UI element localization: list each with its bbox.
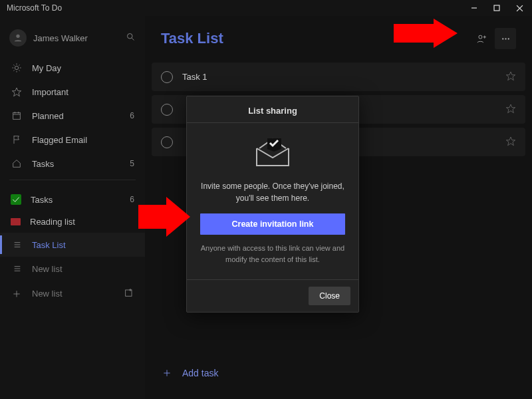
star-icon[interactable]	[505, 103, 516, 116]
add-task-label: Add task	[182, 368, 218, 378]
list-sharing-dialog: List sharing Invite some people. Once th…	[186, 96, 359, 313]
profile-row[interactable]: James Walker	[0, 24, 145, 52]
task-label: Task 1	[182, 72, 505, 82]
star-icon[interactable]	[505, 70, 516, 83]
svg-marker-45	[506, 72, 515, 80]
sidebar-item-task-list[interactable]: Task List	[0, 233, 145, 257]
annotation-arrow-left	[138, 197, 190, 237]
svg-point-7	[15, 66, 18, 69]
list-icon	[11, 239, 23, 251]
list-icon	[11, 218, 21, 225]
dialog-title: List sharing	[187, 96, 358, 123]
sidebar-item-label: Tasks	[31, 195, 130, 205]
home-icon	[11, 158, 23, 170]
minimize-button[interactable]	[463, 0, 485, 16]
sidebar-item-planned[interactable]: Planned6	[0, 104, 145, 128]
avatar	[9, 29, 27, 47]
sidebar-item-reading-list[interactable]: Reading list	[0, 211, 145, 233]
svg-line-14	[19, 65, 19, 65]
dialog-invite-text: Invite some people. Once they've joined,…	[200, 180, 345, 204]
dialog-sub-text: Anyone with access to this link can view…	[200, 243, 345, 273]
sidebar-item-count: 6	[130, 111, 134, 120]
sidebar-item-label: New list	[32, 264, 134, 274]
user-lists: Tasks6Reading listTask ListNew list	[0, 188, 145, 281]
add-task-row[interactable]: Add task	[145, 358, 532, 399]
search-icon[interactable]	[126, 32, 136, 45]
profile-name: James Walker	[33, 33, 126, 43]
svg-rect-17	[13, 112, 21, 119]
svg-point-42	[502, 38, 503, 39]
flag-icon	[11, 134, 23, 146]
sidebar-item-count: 6	[130, 195, 134, 204]
sidebar-item-flagged-email[interactable]: Flagged Email	[0, 128, 145, 152]
sidebar-item-new-list[interactable]: New list	[0, 257, 145, 281]
more-button[interactable]	[495, 28, 516, 49]
complete-checkbox[interactable]	[161, 104, 173, 116]
svg-line-12	[13, 65, 14, 65]
sun-icon	[11, 62, 23, 74]
list-icon	[11, 194, 21, 205]
svg-point-5	[128, 33, 133, 39]
svg-marker-46	[506, 104, 515, 113]
dialog-close-button[interactable]: Close	[309, 287, 350, 305]
plus-icon	[161, 367, 173, 379]
sidebar-item-important[interactable]: Important	[0, 80, 145, 104]
svg-point-44	[507, 38, 509, 39]
sidebar-item-label: Reading list	[30, 217, 134, 227]
sidebar-item-my-day[interactable]: My Day	[0, 56, 145, 80]
svg-marker-51	[138, 197, 190, 237]
smart-lists: My DayImportantPlanned6Flagged EmailTask…	[0, 56, 145, 176]
new-list-row[interactable]: New list	[0, 281, 145, 306]
sidebar-item-label: Task List	[32, 240, 134, 250]
sidebar: James Walker My DayImportantPlanned6Flag…	[0, 16, 145, 399]
svg-point-4	[16, 35, 19, 38]
sidebar-item-tasks[interactable]: Tasks6	[0, 188, 145, 211]
sidebar-item-label: Tasks	[32, 159, 130, 169]
sidebar-item-label: My Day	[32, 63, 134, 73]
svg-rect-36	[126, 290, 132, 296]
list-icon	[11, 263, 23, 275]
svg-marker-50	[394, 19, 458, 48]
sidebar-item-count: 5	[130, 159, 134, 168]
svg-point-39	[478, 35, 481, 39]
svg-rect-1	[494, 5, 499, 11]
annotation-arrow-top	[394, 19, 458, 48]
complete-checkbox[interactable]	[161, 71, 173, 83]
new-group-icon[interactable]	[124, 287, 134, 300]
plus-icon	[11, 288, 23, 300]
titlebar: Microsoft To Do	[0, 0, 532, 16]
app-title: Microsoft To Do	[7, 3, 62, 13]
share-button[interactable]	[471, 28, 492, 49]
sidebar-item-label: Planned	[32, 111, 130, 121]
sidebar-item-label: Flagged Email	[32, 135, 134, 145]
svg-line-13	[19, 70, 19, 70]
sidebar-item-tasks[interactable]: Tasks5	[0, 152, 145, 176]
star-icon	[11, 86, 23, 98]
envelope-check-icon	[251, 136, 294, 170]
svg-marker-47	[506, 137, 515, 146]
task-row[interactable]: Task 1	[152, 63, 525, 91]
svg-point-43	[505, 38, 506, 39]
complete-checkbox[interactable]	[161, 136, 173, 148]
svg-line-6	[132, 38, 134, 40]
svg-marker-16	[12, 88, 21, 96]
new-list-label: New list	[32, 289, 124, 299]
create-invitation-link-button[interactable]: Create invitation link	[200, 213, 345, 235]
star-icon[interactable]	[505, 136, 516, 148]
maximize-button[interactable]	[485, 0, 508, 16]
sidebar-divider	[9, 180, 136, 180]
svg-line-15	[13, 70, 14, 70]
close-window-button[interactable]	[508, 0, 531, 16]
sidebar-item-label: Important	[32, 87, 134, 97]
calendar-icon	[11, 110, 23, 122]
list-header: Task List	[145, 16, 532, 59]
